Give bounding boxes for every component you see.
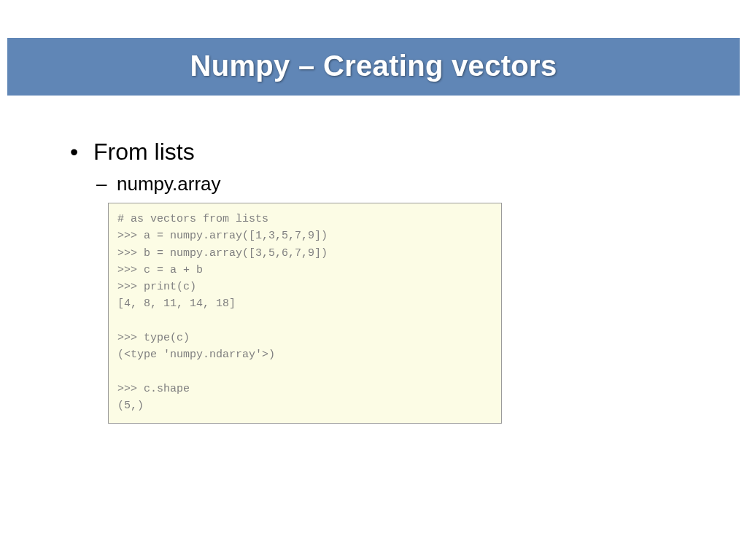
bullet-from-lists-text: From lists (93, 139, 195, 165)
slide-title-bar: Numpy – Creating vectors (7, 38, 740, 96)
bullet-numpy-array-text: numpy.array (117, 173, 221, 195)
bullet-numpy-array: numpy.array (93, 173, 703, 195)
slide-title: Numpy – Creating vectors (7, 50, 740, 82)
bullet-from-lists: From lists numpy.array # as vectors from… (66, 139, 703, 424)
slide-content: From lists numpy.array # as vectors from… (66, 139, 703, 432)
code-block: # as vectors from lists >>> a = numpy.ar… (108, 203, 502, 424)
